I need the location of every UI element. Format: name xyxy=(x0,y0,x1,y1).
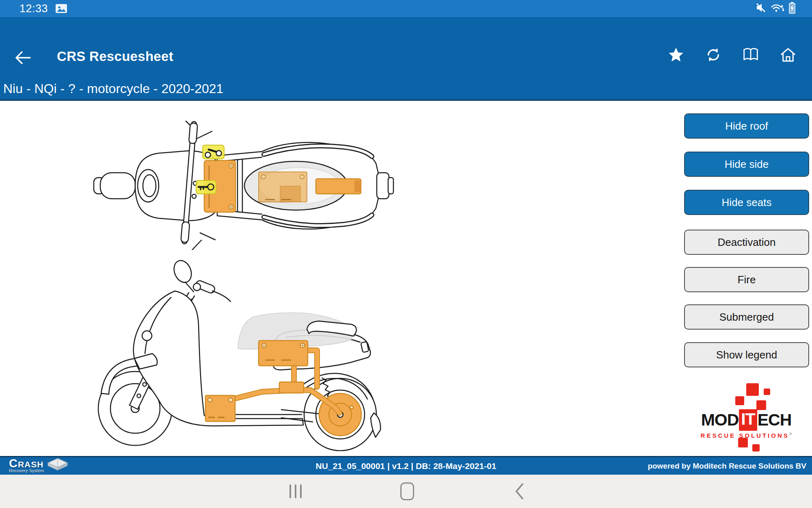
ignition-key-highlight[interactable] xyxy=(196,180,216,194)
side-view-diagram[interactable] xyxy=(91,256,400,451)
back-button[interactable] xyxy=(12,49,33,67)
connector-highlight[interactable] xyxy=(279,382,304,393)
fire-button[interactable]: Fire xyxy=(684,267,809,292)
clock: 12:33 xyxy=(19,2,48,15)
favorite-star-icon[interactable] xyxy=(667,46,685,63)
underseat-battery-highlight-top[interactable] xyxy=(259,172,307,202)
nav-home-icon[interactable] xyxy=(395,475,419,508)
recents-icon[interactable] xyxy=(283,475,308,508)
show-legend-button[interactable]: Show legend xyxy=(684,342,809,367)
controller-highlight-top[interactable] xyxy=(316,179,361,194)
nav-back-icon[interactable] xyxy=(508,475,532,508)
hide-side-button[interactable]: Hide side xyxy=(684,152,809,177)
underseat-battery-highlight-side[interactable] xyxy=(259,341,308,366)
submerged-button[interactable]: Submerged xyxy=(684,304,809,330)
wifi-icon xyxy=(771,2,784,15)
powered-by-text: powered by Moditech Rescue Solutions BV xyxy=(648,457,806,475)
vehicle-title: Niu - NQi - ? - motorcycle - 2020-2021 xyxy=(3,81,223,96)
moditech-tagline: RESCUE SOLUTIONS® xyxy=(681,432,811,439)
top-view-diagram[interactable] xyxy=(91,116,396,250)
moditech-wordmark: MODITECH xyxy=(681,409,811,431)
battery-switch-highlight[interactable] xyxy=(203,145,224,159)
page-title: CRS Rescuesheet xyxy=(57,49,173,64)
deactivation-button[interactable]: Deactivation xyxy=(684,230,809,255)
home-icon[interactable] xyxy=(780,46,797,63)
status-bar: 12:33 xyxy=(0,0,812,17)
photo-notification-icon xyxy=(55,3,67,14)
hide-roof-button[interactable]: Hide roof xyxy=(684,113,809,139)
floorboard-battery-highlight-side[interactable] xyxy=(205,395,235,421)
mute-icon xyxy=(755,2,767,15)
android-navigation-bar xyxy=(0,475,812,508)
sync-icon[interactable] xyxy=(705,46,722,63)
rescuesheet-content: Hide roof Hide side Hide seats Deactivat… xyxy=(0,101,812,456)
hide-seats-button[interactable]: Hide seats xyxy=(684,190,809,215)
battery-icon xyxy=(788,2,796,15)
app-header: CRS Rescuesheet xyxy=(0,17,812,101)
moditech-logo: MODITECH RESCUE SOLUTIONS® xyxy=(681,376,811,457)
footer-bar: CRASH Recovery System NU_21_05_00001 | v… xyxy=(0,456,812,475)
manual-book-icon[interactable] xyxy=(742,46,759,63)
